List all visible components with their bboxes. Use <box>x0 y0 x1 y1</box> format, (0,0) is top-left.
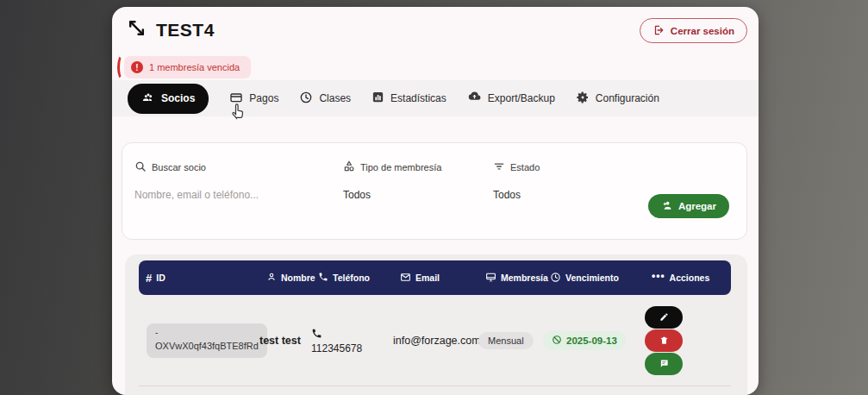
gear-icon <box>576 91 590 107</box>
person-add-icon <box>661 199 673 213</box>
chat-bubble-icon <box>659 358 669 371</box>
add-member-label: Agregar <box>678 201 716 211</box>
search-label: Buscar socio <box>152 162 206 172</box>
people-group-icon <box>141 91 155 107</box>
hash-icon: # <box>146 272 152 285</box>
membership-type-label: Tipo de membresía <box>360 162 441 172</box>
tab-export-backup[interactable]: Export/Backup <box>467 90 555 107</box>
member-id: OXVwX0qf43fqBTE8fRd <box>155 340 259 354</box>
members-table: # ID Nombre Teléfono <box>125 254 747 395</box>
pencil-icon <box>659 311 669 324</box>
tab-label: Clases <box>319 92 351 104</box>
member-name: test test <box>259 335 311 347</box>
membership-type-select[interactable]: Todos <box>343 189 441 201</box>
category-shapes-icon <box>343 160 355 174</box>
tab-label: Estadísticas <box>390 92 446 104</box>
status-label: Estado <box>510 162 540 172</box>
page-title: TEST4 <box>156 20 215 41</box>
expiry-badge: 2025-09-13 <box>543 331 626 350</box>
tab-clases[interactable]: Clases <box>299 91 351 107</box>
clock-icon <box>550 272 561 285</box>
row-actions <box>645 306 731 375</box>
col-header-membership: Membresía <box>478 272 543 285</box>
search-input[interactable] <box>134 189 298 201</box>
filter-lines-icon <box>493 160 505 174</box>
tab-estadisticas[interactable]: Estadísticas <box>372 91 446 106</box>
error-icon: ! <box>131 61 143 73</box>
col-header-expiry: Vencimiento <box>543 272 645 285</box>
expired-membership-alert: ! 1 membresía vencida <box>117 54 251 80</box>
app-header: TEST4 <box>126 17 215 42</box>
envelope-icon <box>400 272 411 285</box>
tab-pagos[interactable]: Pagos <box>229 91 278 107</box>
slashed-circle-icon <box>552 335 562 347</box>
table-row-partial <box>139 386 731 395</box>
message-button[interactable] <box>645 353 683 375</box>
member-id-badge: - OXVwX0qf43fqBTE8fRd <box>147 323 267 357</box>
cloud-upload-icon <box>467 90 482 107</box>
logout-icon <box>653 24 665 38</box>
col-header-email: Email <box>393 272 478 285</box>
col-header-phone: Teléfono <box>311 272 393 284</box>
logout-label: Cerrar sesión <box>671 26 734 36</box>
dumbbell-diagonal-arrows-icon <box>126 17 147 42</box>
search-icon <box>134 160 147 174</box>
tab-label: Configuración <box>596 92 659 104</box>
col-header-name: Nombre <box>259 272 311 284</box>
filters-panel: Buscar socio Tipo de membresía Todos <box>122 142 747 240</box>
tab-label: Socios <box>161 92 195 104</box>
member-email: info@forzage.com <box>393 335 478 347</box>
payment-card-icon <box>229 91 243 107</box>
phone-icon <box>318 272 328 284</box>
logout-button[interactable]: Cerrar sesión <box>640 18 747 43</box>
table-header-row: # ID Nombre Teléfono <box>139 260 731 295</box>
alert-message: 1 membresía vencida <box>149 62 240 72</box>
delete-button[interactable] <box>645 329 683 352</box>
tab-configuracion[interactable]: Configuración <box>576 91 659 107</box>
add-member-button[interactable]: Agregar <box>648 194 729 218</box>
tab-label: Export/Backup <box>488 92 555 104</box>
phone-icon <box>311 328 393 342</box>
tab-label: Pagos <box>249 92 278 104</box>
col-header-actions: ••• Acciones <box>645 273 731 283</box>
table-row: - OXVwX0qf43fqBTE8fRd test test 11234567… <box>139 295 731 386</box>
col-header-id: # ID <box>139 272 259 285</box>
member-phone: 112345678 <box>311 328 393 354</box>
bar-chart-icon <box>372 91 384 106</box>
tab-socios[interactable]: Socios <box>128 84 209 114</box>
tab-bar: Socios Pagos Clases <box>112 80 759 116</box>
person-icon <box>266 272 277 284</box>
membership-card-icon <box>485 272 496 285</box>
membership-badge: Mensual <box>478 332 534 349</box>
main-panel: TEST4 Cerrar sesión ! 1 membresía vencid… <box>112 7 759 395</box>
trash-icon <box>659 335 669 348</box>
edit-button[interactable] <box>645 306 683 329</box>
clock-icon <box>299 91 313 107</box>
more-dots-icon: ••• <box>652 270 665 282</box>
status-select[interactable]: Todos <box>493 189 540 201</box>
